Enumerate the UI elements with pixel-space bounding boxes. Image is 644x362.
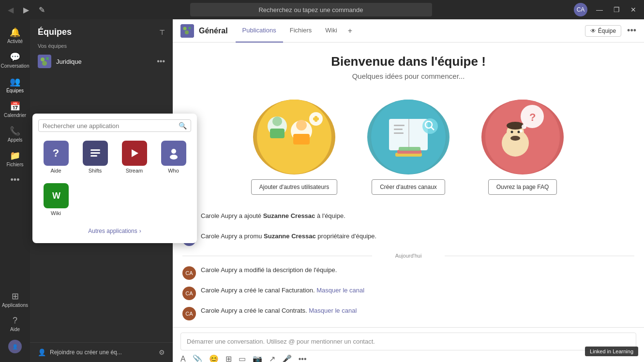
conversation-icon: 💬 [10,52,20,62]
search-bar[interactable]: Recherchez ou tapez une commande [190,3,432,16]
maximize-button[interactable]: ❐ [611,5,623,14]
tab-add-button[interactable]: + [344,19,356,43]
window-controls: — ❐ ✕ [593,5,639,14]
team-more-button[interactable]: ••• [157,57,165,66]
minimize-button[interactable]: — [593,5,606,14]
avatar[interactable]: CA [574,3,587,16]
emoji-icon[interactable]: 😊 [209,354,219,362]
activity-text-1: Carole Aupry a ajouté Suzanne Cressac à … [201,211,634,221]
sidebar-item-calendar[interactable]: 📅 Calendrier [0,97,30,122]
autres-apps-label: Autres applications [88,228,137,234]
teams-header: Équipes ⊤ [30,19,173,41]
help-icon: ? [13,316,17,326]
hide-channel-1[interactable]: Masquer le canal [316,287,364,294]
faq-button[interactable]: Ouvrez la page FAQ [488,179,557,195]
sidebar-item-profile[interactable]: 👤 [0,336,30,357]
sidebar-item-teams[interactable]: 👥 Équipes [0,72,30,97]
svg-rect-21 [293,134,310,145]
compose-icon[interactable]: ✎ [36,3,48,16]
sidebar-bottom: ⊞ Applications ? Aide 👤 [0,287,30,362]
sidebar-item-help[interactable]: ? Aide [0,312,30,336]
team-item-juridique[interactable]: Juridique ••• [30,51,173,72]
svg-rect-33 [399,147,420,151]
app-item-aide[interactable]: ? Aide [38,138,74,176]
sidebar-item-label: Calendrier [4,113,26,118]
svg-point-12 [183,27,187,30]
hide-channel-2[interactable]: Masquer le canal [309,307,357,314]
more-options-button[interactable]: ••• [627,26,636,36]
app-item-shifts[interactable]: Shifts [77,138,113,176]
app-label-wiki: Wiki [51,210,61,216]
svg-marker-7 [132,149,138,157]
svg-text:?: ? [529,111,536,123]
eye-icon: 👁 [590,28,596,34]
sidebar-item-conversation[interactable]: 💬 Conversation [0,48,30,72]
svg-point-3 [42,61,47,66]
channel-header-right: 👁 Équipe ••• [585,25,636,37]
activity-text-3: Carole Aupry a modifié la description de… [201,265,634,275]
sidebar-item-label: Équipes [6,88,24,93]
sidebar-item-files[interactable]: 📁 Fichiers [0,146,30,171]
send-icon[interactable]: ↗ [269,354,275,362]
sidebar-item-label: Activité [7,39,23,44]
welcome-card-users: Ajouter d'autres utilisateurs [241,100,347,195]
channel-tabs: Publications Fichiers Wiki + [236,19,357,43]
svg-rect-4 [90,149,100,151]
teams-footer: 👤 Rejoindre ou créer une éq... ⚙ [30,342,173,362]
sidebar-item-more[interactable]: ••• [0,171,30,189]
filter-icon[interactable]: ⊤ [159,29,165,36]
app-item-stream[interactable]: Stream [117,138,152,176]
add-users-button[interactable]: Ajouter d'autres utilisateurs [251,179,337,195]
equipe-label: Équipe [598,28,616,34]
join-text[interactable]: Rejoindre ou créer une éq... [50,349,155,356]
attach-icon[interactable]: 📎 [193,354,202,362]
welcome-section: Bienvenue dans l'équipe ! Quelques idées… [173,43,644,100]
svg-point-8 [171,149,176,154]
compose-input[interactable]: Démarrer une conversation. Utilisez @ po… [180,333,636,350]
aide-icon: ? [44,141,69,166]
forward-button[interactable]: ▶ [20,3,32,16]
svg-rect-27 [408,119,409,150]
app-search-input[interactable] [43,122,176,130]
svg-rect-29 [394,129,403,130]
svg-point-41 [511,131,513,133]
back-button[interactable]: ◀ [5,3,16,16]
sidebar-item-calls[interactable]: 📞 Appels [0,122,30,146]
files-icon: 📁 [10,150,20,161]
settings-icon[interactable]: ⚙ [159,348,165,356]
activity-item-2: CA Carole Aupry a promu Suzanne Cressac … [182,229,634,249]
compose-toolbar: A 📎 😊 ⊞ ▭ 📷 ↗ 🎤 ••• [180,354,636,362]
audio-icon[interactable]: 🎤 [282,354,292,362]
svg-text:W: W [52,191,60,201]
app-item-wiki[interactable]: W Wiki [38,180,74,219]
welcome-cards: Ajouter d'autres utilisateurs [173,100,644,204]
autres-apps-button[interactable]: Autres applications › [38,225,191,237]
format-text-icon[interactable]: A [180,355,186,362]
tab-wiki[interactable]: Wiki [318,19,344,43]
vos-equipes-label: Vos équipes [30,41,173,51]
app-item-who[interactable]: Who [156,138,191,176]
svg-rect-18 [270,129,285,138]
more-tools-icon[interactable]: ••• [299,355,307,362]
svg-point-20 [296,120,307,130]
svg-rect-30 [394,132,404,134]
compose-bar: Démarrer une conversation. Utilisez @ po… [173,327,644,362]
shifts-icon [83,141,108,166]
schedule-icon[interactable]: ▭ [239,354,246,362]
sidebar-item-apps[interactable]: ⊞ Applications [0,287,30,312]
svg-point-42 [518,131,520,133]
create-channels-button[interactable]: Créer d'autres canaux [372,179,445,195]
activity-text-2: Carole Aupry a promu Suzanne Cressac pro… [201,232,634,241]
apps-icon[interactable]: ⊞ [225,354,232,362]
activity-feed: CA Carole Aupry a ajouté Suzanne Cressac… [173,204,644,327]
video-icon[interactable]: 📷 [253,354,262,362]
sidebar-item-activity[interactable]: 🔔 Activité [0,23,30,48]
tab-publications[interactable]: Publications [236,19,283,43]
close-button[interactable]: ✕ [628,5,639,14]
welcome-card-faq: ? Ouvrez la page FAQ [469,100,576,195]
svg-point-13 [189,27,191,29]
activity-item-4: CA Carole Aupry a créé le canal Facturat… [182,283,634,303]
equipe-button[interactable]: 👁 Équipe [585,25,621,37]
tab-fichiers[interactable]: Fichiers [283,19,319,43]
titlebar-left: ◀ ▶ ✎ [5,3,48,16]
